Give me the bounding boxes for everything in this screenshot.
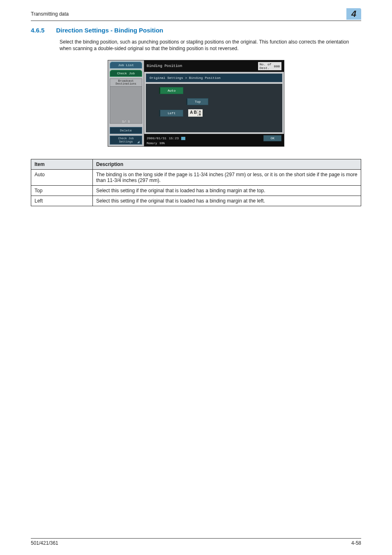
table-row: Left Select this setting if the original… — [31, 196, 361, 206]
broadcast-destinations-label: Broadcast Destinations — [110, 79, 142, 87]
tab-job-list[interactable]: Job List — [110, 62, 142, 69]
page-header: Transmitting data 4 — [31, 8, 361, 21]
chapter-number-badge: 4 — [346, 8, 361, 20]
device-screenshot: Job List Check Job Broadcast Destination… — [108, 60, 284, 147]
binding-position-icon: A B A B — [188, 109, 203, 117]
tab-check-job[interactable]: Check Job — [110, 70, 142, 77]
ok-button[interactable]: OK — [263, 135, 281, 141]
breadcrumb: Original Settings > Binding Position — [146, 74, 282, 82]
section-heading: 4.6.5 Direction Settings - Binding Posit… — [31, 27, 361, 34]
section-number: 4.6.5 — [31, 27, 44, 34]
panel-title: Binding Position — [147, 64, 182, 68]
footer-model: 501/421/361 — [31, 540, 58, 546]
dest-count: No. of Dest. 000 — [258, 62, 281, 70]
option-top[interactable]: Top — [186, 98, 208, 105]
table-row: Auto The binding is on the long side if … — [31, 170, 361, 186]
status-info: 2008/01/31 15:23 — [147, 136, 185, 140]
status-flag-icon — [181, 137, 185, 140]
section-title: Direction Settings - Binding Position — [56, 27, 163, 34]
check-job-settings-button[interactable]: Check Job Settings — [110, 136, 142, 145]
option-left[interactable]: Left — [159, 110, 183, 117]
footer-page-number: 4-58 — [351, 540, 361, 546]
table-row: Top Select this setting if the original … — [31, 186, 361, 196]
delete-button[interactable]: Delete — [110, 127, 142, 134]
running-head: Transmitting data — [31, 11, 69, 17]
page-footer: 501/421/361 4-58 — [31, 538, 361, 546]
option-auto[interactable]: Auto — [159, 87, 183, 94]
description-table: Item Description Auto The binding is on … — [31, 159, 361, 206]
table-header-item: Item — [31, 159, 93, 170]
status-memory: Memory 99% — [147, 142, 165, 145]
pager-indicator: 1/ 1 — [110, 87, 142, 123]
table-header-description: Description — [93, 159, 361, 170]
section-paragraph: Select the binding position, such as pun… — [60, 39, 361, 52]
